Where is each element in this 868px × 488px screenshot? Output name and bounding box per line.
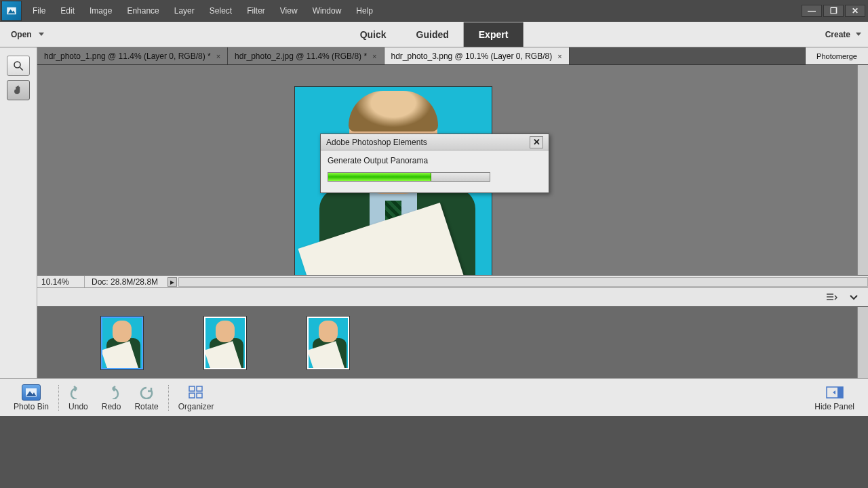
dialog-message: Generate Output Panorama — [328, 156, 542, 165]
hand-icon — [12, 84, 24, 96]
menu-layer[interactable]: Layer — [167, 2, 201, 20]
vertical-scrollbar[interactable] — [857, 307, 868, 378]
menu-view[interactable]: View — [273, 2, 304, 20]
dialog-title: Adobe Photoshop Elements — [326, 138, 427, 147]
menu-filter[interactable]: Filter — [240, 2, 272, 20]
redo-icon — [102, 384, 121, 401]
caret-down-icon — [856, 33, 861, 36]
menu-enhance[interactable]: Enhance — [120, 2, 165, 20]
photomerge-tab[interactable]: Photomerge — [805, 47, 868, 64]
hide-panel-button[interactable]: Hide Panel — [808, 383, 861, 413]
panel-options-bar — [37, 287, 868, 306]
progress-dialog: Adobe Photoshop Elements ✕ Generate Outp… — [320, 134, 549, 193]
zoom-tool[interactable] — [7, 56, 30, 76]
photo-bin-button[interactable]: Photo Bin — [7, 383, 56, 413]
svg-rect-11 — [837, 387, 843, 398]
zoom-icon — [12, 60, 24, 72]
document-tabs: hdr_photo_1.png @ 11.4% (Layer 0, RGB/8)… — [37, 47, 868, 65]
chevron-down-icon[interactable] — [848, 293, 860, 302]
mode-expert[interactable]: Expert — [464, 22, 524, 47]
document-tab-label: hdr_photo_2.jpg @ 11.4% (RGB/8) * — [235, 52, 367, 61]
document-info: Doc: 28.8M/28.8M — [85, 277, 165, 287]
document-tab-1[interactable]: hdr_photo_1.png @ 11.4% (Layer 0, RGB/8)… — [37, 47, 228, 64]
undo-label: Undo — [68, 402, 88, 411]
svg-rect-9 — [197, 393, 202, 398]
close-icon[interactable]: × — [557, 52, 561, 60]
document-tab-2[interactable]: hdr_photo_2.jpg @ 11.4% (RGB/8) * × — [228, 47, 384, 64]
document-tab-label: hdr_photo_3.png @ 10.1% (Layer 0, RGB/8) — [391, 52, 553, 61]
window-maximize-button[interactable]: ❐ — [823, 5, 844, 17]
window-minimize-button[interactable]: — — [802, 5, 822, 17]
menubar: File Edit Image Enhance Layer Select Fil… — [26, 2, 380, 20]
redo-button[interactable]: Redo — [95, 383, 128, 413]
caret-down-icon — [39, 33, 44, 36]
mode-guided[interactable]: Guided — [401, 22, 464, 47]
menu-select[interactable]: Select — [203, 2, 239, 20]
photo-bin-thumb-2[interactable] — [204, 317, 246, 369]
svg-rect-7 — [197, 386, 202, 391]
hide-panel-label: Hide Panel — [814, 402, 854, 411]
mode-tabs: Quick Guided Expert — [345, 22, 524, 47]
dialog-close-button[interactable]: ✕ — [530, 136, 543, 148]
undo-button[interactable]: Undo — [62, 383, 95, 413]
horizontal-scrollbar[interactable] — [178, 277, 868, 287]
menu-file[interactable]: File — [26, 2, 52, 20]
organizer-button[interactable]: Organizer — [172, 383, 221, 413]
undo-icon — [68, 384, 87, 401]
menu-image[interactable]: Image — [83, 2, 119, 20]
open-button[interactable]: Open — [7, 27, 48, 42]
dialog-body: Generate Output Panorama — [321, 150, 549, 192]
zoom-value[interactable]: 10.14% — [37, 276, 85, 287]
photo-bin — [37, 306, 868, 378]
svg-line-3 — [20, 67, 23, 70]
rotate-button[interactable]: Rotate — [127, 383, 165, 413]
toolbar — [0, 47, 37, 378]
organizer-label: Organizer — [178, 402, 214, 411]
document-tab-3[interactable]: hdr_photo_3.png @ 10.1% (Layer 0, RGB/8)… — [384, 47, 570, 64]
progress-bar — [328, 172, 490, 182]
vertical-scrollbar[interactable] — [857, 65, 868, 275]
close-icon[interactable]: × — [216, 52, 220, 60]
close-icon[interactable]: × — [372, 52, 376, 60]
workspace: hdr_photo_1.png @ 11.4% (Layer 0, RGB/8)… — [0, 47, 868, 378]
window-controls: — ❐ ✕ — [802, 5, 868, 17]
rotate-icon — [137, 384, 156, 401]
editor-area: hdr_photo_1.png @ 11.4% (Layer 0, RGB/8)… — [37, 47, 868, 378]
svg-rect-8 — [189, 393, 195, 398]
open-label: Open — [11, 30, 32, 39]
svg-point-2 — [14, 62, 20, 68]
progress-fill — [328, 173, 431, 181]
document-tab-label: hdr_photo_1.png @ 11.4% (Layer 0, RGB/8)… — [44, 52, 211, 61]
status-bar: 10.14% Doc: 28.8M/28.8M ▸ — [37, 275, 868, 287]
create-button[interactable]: Create — [825, 30, 861, 39]
divider — [168, 385, 169, 411]
modebar: Open Quick Guided Expert Create — [0, 22, 868, 47]
redo-label: Redo — [102, 402, 121, 411]
info-menu-arrow-icon[interactable]: ▸ — [167, 277, 177, 287]
panel-menu-icon[interactable] — [826, 293, 838, 302]
hide-panel-icon — [825, 384, 844, 401]
organizer-icon — [186, 384, 205, 401]
app-logo-icon — [1, 1, 22, 21]
photo-bin-thumb-3[interactable] — [307, 317, 349, 369]
bottom-toolbar: Photo Bin Undo Redo Rotate Organizer Hid… — [0, 378, 868, 416]
svg-rect-6 — [189, 386, 195, 391]
titlebar: File Edit Image Enhance Layer Select Fil… — [0, 0, 868, 22]
menu-window[interactable]: Window — [306, 2, 349, 20]
divider — [58, 385, 59, 411]
photo-bin-label: Photo Bin — [14, 402, 49, 411]
rotate-label: Rotate — [134, 402, 158, 411]
window-close-button[interactable]: ✕ — [845, 5, 865, 17]
menu-help[interactable]: Help — [349, 2, 380, 20]
create-label: Create — [825, 30, 850, 39]
photo-bin-thumb-1[interactable] — [101, 317, 143, 369]
photo-bin-icon — [22, 384, 41, 401]
mode-quick[interactable]: Quick — [345, 22, 401, 47]
menu-edit[interactable]: Edit — [54, 2, 81, 20]
dialog-titlebar[interactable]: Adobe Photoshop Elements ✕ — [321, 134, 549, 150]
hand-tool[interactable] — [7, 80, 30, 100]
